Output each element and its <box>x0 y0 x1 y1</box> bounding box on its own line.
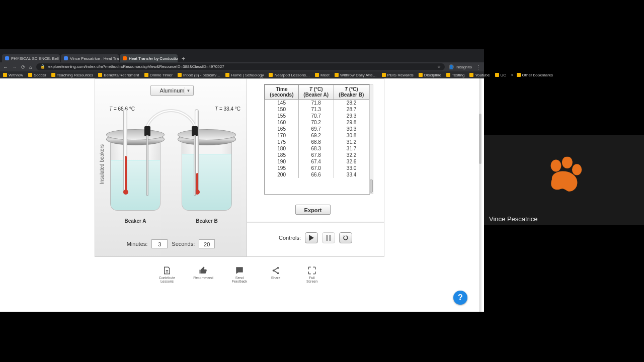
tab-strip: PHYSICAL SCIENCE: Bell 5 | Sch…×Vince Pe… <box>0 52 484 62</box>
bookmark-item[interactable]: Home | Schoology <box>225 73 264 77</box>
data-pane: Time(seconds) T (°C)(Beaker A) T (°C)(Be… <box>247 79 384 256</box>
participant-name: Vince Pescatrice <box>489 215 538 223</box>
forward-icon[interactable]: → <box>12 64 17 70</box>
chevron-down-icon: ▼ <box>185 87 192 94</box>
home-icon[interactable]: ⌂ <box>29 64 32 70</box>
bookmark-item[interactable]: Soccer <box>28 73 46 77</box>
bookmark-item[interactable]: Benefits/Retirement <box>98 73 139 77</box>
material-select[interactable]: Aluminum ▼ <box>150 85 194 96</box>
table-row: 15570.729.3 <box>265 113 369 119</box>
table-row: 16569.730.3 <box>265 126 369 132</box>
bookmark-item[interactable]: Online Timer <box>144 73 173 77</box>
bookmarks-bar: WithrowSoccerTeaching ResourcesBenefits/… <box>0 71 484 78</box>
svg-point-1 <box>562 157 573 168</box>
participant-tile[interactable]: Vince Pescatrice <box>484 135 644 225</box>
simulation-pane: Aluminum ▼ T = T = 66.6 °C66.6 °C T = T … <box>95 79 247 256</box>
beaker-a[interactable]: Beaker A <box>105 129 166 215</box>
bookmark-item[interactable]: Nearpod Lessons… <box>269 73 310 77</box>
share-button[interactable]: Share <box>265 266 287 280</box>
bookmark-item[interactable]: Withrow <box>3 73 23 77</box>
table-row: 20066.633.4 <box>265 171 369 178</box>
divider <box>247 222 384 223</box>
table-row: 17568.831.2 <box>265 139 369 145</box>
thermometer-a <box>123 109 127 195</box>
lock-icon: 🔒 <box>40 63 45 70</box>
table-row: 18068.331.7 <box>265 145 369 152</box>
paw-icon <box>544 157 584 199</box>
share-icon <box>271 266 280 275</box>
data-table: Time(seconds) T (°C)(Beaker A) T (°C)(Be… <box>264 84 370 195</box>
thumbs-up-icon <box>199 266 208 275</box>
url-input[interactable]: 🔒 explorelearning.com/index.cfm?method=c… <box>36 63 444 70</box>
play-button[interactable] <box>305 232 318 243</box>
address-bar: ← → ⟳ ⌂ 🔒 explorelearning.com/index.cfm?… <box>0 62 484 71</box>
page-toolbar: Contribute Lessons Recommend Send Feedba… <box>95 262 384 287</box>
col-time[interactable]: Time(seconds) <box>265 85 299 100</box>
browser-tab[interactable]: PHYSICAL SCIENCE: Bell 5 | Sch…× <box>2 54 60 62</box>
time-display: Minutes: 3 Seconds: 20 <box>95 239 247 248</box>
bookmark-item[interactable]: PBIS Rewards <box>382 73 414 77</box>
bookmark-item[interactable]: UC <box>495 73 507 77</box>
fullscreen-button[interactable]: Full Screen <box>301 266 323 283</box>
controls-row: Controls: <box>247 232 384 243</box>
export-button[interactable]: Export <box>295 205 331 215</box>
incognito-icon: 👤 <box>449 64 454 69</box>
new-tab-button[interactable]: + <box>179 55 188 62</box>
browser-window: — □ ✕ PHYSICAL SCIENCE: Bell 5 | Sch…×Vi… <box>0 50 484 312</box>
seconds-label: Seconds: <box>172 241 195 247</box>
table-row: 17069.230.8 <box>265 132 369 139</box>
other-bookmarks[interactable]: Other bookmarks <box>517 73 553 77</box>
document-icon <box>163 266 172 275</box>
table-row: 16070.229.8 <box>265 119 369 126</box>
url-text: explorelearning.com/index.cfm?method=cRe… <box>48 63 224 70</box>
recommend-button[interactable]: Recommend <box>192 266 214 280</box>
table-scrollbar[interactable] <box>369 84 373 194</box>
minutes-label: Minutes: <box>127 241 148 247</box>
reload-icon[interactable]: ⟳ <box>21 64 25 70</box>
back-icon[interactable]: ← <box>3 64 8 70</box>
beaker-b-label: Beaker B <box>177 218 237 224</box>
browser-tab[interactable]: Heat Transfer by Conduction Gi…× <box>120 54 178 62</box>
seconds-field[interactable]: 20 <box>199 239 215 248</box>
page-viewport: Aluminum ▼ T = T = 66.6 °C66.6 °C T = T … <box>0 78 481 312</box>
page-scrollbar[interactable] <box>479 78 481 312</box>
svg-rect-4 <box>329 235 331 241</box>
col-beaker-a[interactable]: T (°C)(Beaker A) <box>298 85 334 100</box>
bookmark-item[interactable]: Testing <box>446 73 464 77</box>
table-row: 19567.033.0 <box>265 165 369 171</box>
help-button[interactable]: ? <box>453 291 467 305</box>
beaker-b[interactable]: Beaker B <box>177 129 237 215</box>
bookmark-item[interactable]: Withrow Daily Atte… <box>335 73 377 77</box>
table-row: 19067.432.6 <box>265 158 369 165</box>
svg-point-2 <box>572 164 582 175</box>
pause-button[interactable] <box>322 232 335 243</box>
beaker-a-label: Beaker A <box>105 218 166 224</box>
star-icon[interactable]: ☆ <box>437 63 441 70</box>
temp-b-readout: T = T = 33.4 °C33.4 °C <box>215 106 240 112</box>
chat-icon <box>235 266 244 275</box>
material-value: Aluminum <box>160 87 185 94</box>
overflow-icon[interactable]: » <box>511 73 513 77</box>
video-conference-panel: Vince Pescatrice <box>484 0 644 362</box>
bookmark-item[interactable]: Youtube <box>469 73 490 77</box>
bookmark-item[interactable]: Teaching Resources <box>51 73 93 77</box>
bookmark-item[interactable]: Meet <box>315 73 330 77</box>
col-beaker-b[interactable]: T (°C)(Beaker B) <box>334 85 369 100</box>
insulated-label: Insulated beakers <box>99 144 105 184</box>
svg-rect-3 <box>326 235 328 241</box>
svg-point-0 <box>551 159 561 171</box>
gizmo-panel: Aluminum ▼ T = T = 66.6 °C66.6 °C T = T … <box>95 78 384 257</box>
fullscreen-icon <box>307 266 316 275</box>
controls-label: Controls: <box>279 235 301 241</box>
table-row: 15071.328.7 <box>265 106 369 113</box>
bookmark-item[interactable]: Inbox (3) - pescatv… <box>178 73 220 77</box>
send-feedback-button[interactable]: Send Feedback <box>228 266 251 283</box>
incognito-indicator: 👤 Incognito <box>449 64 472 69</box>
contribute-lessons-button[interactable]: Contribute Lessons <box>156 266 178 283</box>
browser-tab[interactable]: Vince Pescatrice - Heat Transfer…× <box>61 54 119 62</box>
bookmark-item[interactable]: Discipline <box>419 73 441 77</box>
incognito-label: Incognito <box>456 65 472 69</box>
minutes-field[interactable]: 3 <box>151 239 168 248</box>
menu-icon[interactable]: ⋮ <box>476 64 481 70</box>
reset-button[interactable] <box>339 232 352 243</box>
